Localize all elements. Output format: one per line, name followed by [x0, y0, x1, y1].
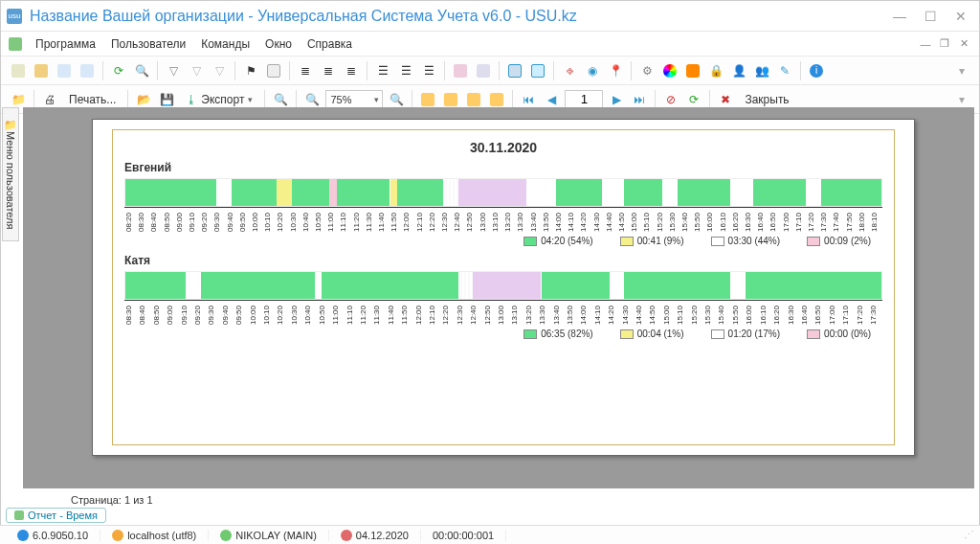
tb-overflow-icon[interactable]: ▾ — [952, 61, 971, 80]
report-user-2-name: Катя — [124, 254, 882, 267]
report-user-2-timeline — [124, 271, 882, 300]
rtb-last-page-icon[interactable]: ⏭ — [630, 90, 649, 109]
window-title: Название Вашей организации - Универсальн… — [30, 8, 881, 25]
status-date: 04.12.2020 — [356, 530, 409, 541]
rtb-zoom-out-icon[interactable]: 🔍 — [302, 90, 322, 109]
window-close-button[interactable]: ✕ — [948, 8, 973, 25]
rtb-layout3-icon[interactable] — [464, 90, 483, 109]
report-page: 30.11.2020 Евгений — [92, 119, 915, 456]
tb-chart-icon[interactable] — [474, 61, 493, 80]
status-version: 6.0.9050.10 — [33, 530, 88, 541]
tb-colors-icon[interactable] — [660, 61, 679, 80]
rtb-open-icon[interactable]: 📂 — [134, 90, 153, 109]
statusbar: 6.0.9050.10 localhost (utf8) NIKOLAY (MA… — [0, 525, 980, 544]
tb-flag-icon[interactable]: ⚑ — [241, 61, 260, 80]
side-tab-user-menu[interactable]: 📁 Меню пользователя — [2, 107, 19, 241]
report-user-1-name: Евгений — [124, 161, 882, 174]
report-viewport[interactable]: 30.11.2020 Евгений — [23, 107, 974, 488]
tb-globe-icon[interactable]: ◉ — [583, 61, 602, 80]
menu-help[interactable]: Справка — [300, 35, 360, 53]
rtb-overflow-icon[interactable]: ▾ — [952, 90, 971, 109]
tb-list2-icon[interactable]: ≣ — [319, 61, 338, 80]
report-date: 30.11.2020 — [124, 140, 882, 155]
rtb-print-icon[interactable]: 🖨 — [40, 90, 59, 109]
report-user-1-timeline — [124, 178, 882, 207]
app-icon: usu — [7, 9, 22, 24]
menu-users[interactable]: Пользователи — [103, 35, 193, 53]
menu-window[interactable]: Окно — [257, 35, 300, 53]
rtb-prev-page-icon[interactable]: ◀ — [542, 90, 561, 109]
rtb-export-label: Экспорт — [201, 93, 244, 106]
rtb-zoom-in-icon[interactable]: 🔍 — [387, 90, 406, 109]
window-maximize-button[interactable]: ☐ — [918, 8, 943, 25]
tb-grid-icon[interactable] — [264, 61, 283, 80]
window-minimize-button[interactable]: ― — [887, 8, 912, 25]
tb-window-icon[interactable] — [505, 61, 524, 80]
rtb-next-page-icon[interactable]: ▶ — [607, 90, 626, 109]
tb-open-icon[interactable] — [32, 61, 51, 80]
rtb-close-icon[interactable]: ✖ — [716, 90, 735, 109]
rtb-layout1-icon[interactable] — [418, 90, 437, 109]
tb-info-icon[interactable]: i — [807, 61, 826, 80]
tb-rss-icon[interactable] — [683, 61, 702, 80]
menu-commands[interactable]: Команды — [193, 35, 257, 53]
tb-lock-icon[interactable]: 🔒 — [706, 61, 725, 80]
report-user-1-axis: 08:2008:3008:4008:5009:0009:1009:2009:30… — [124, 207, 882, 232]
document-tab-label: Отчет - Время — [28, 510, 98, 521]
tb-wand-icon[interactable]: ✎ — [775, 61, 794, 80]
tb-copy-icon[interactable] — [55, 61, 74, 80]
tb-filter-clear-icon[interactable]: ▽ — [210, 61, 229, 80]
tb-image-icon[interactable] — [451, 61, 470, 80]
tb-list3-icon[interactable]: ≣ — [342, 61, 361, 80]
rtb-save-icon[interactable]: 💾 — [157, 90, 176, 109]
tb-user-icon[interactable]: 👤 — [729, 61, 748, 80]
tb-users-icon[interactable]: 👥 — [752, 61, 771, 80]
rtb-first-page-icon[interactable]: ⏮ — [519, 90, 538, 109]
menubar: Программа Пользователи Команды Окно Спра… — [1, 32, 979, 57]
tb-paste-icon[interactable] — [78, 61, 97, 80]
rtb-reload-icon[interactable]: ⟳ — [684, 90, 703, 109]
rtb-page-input[interactable] — [565, 90, 603, 109]
mdi-close-button[interactable]: ✕ — [956, 37, 971, 51]
status-calendar-icon — [341, 530, 352, 541]
report-user-2-axis: 08:3008:4008:5009:0009:1009:2009:3009:40… — [124, 300, 882, 325]
status-server: localhost (utf8) — [127, 530, 196, 541]
rtb-zoom-combo[interactable]: 75% — [325, 90, 383, 109]
tb-monitor-icon[interactable] — [528, 61, 547, 80]
status-info-icon — [17, 530, 29, 541]
tb-exit-icon[interactable]: ⎆ — [560, 61, 579, 80]
resize-grip-icon[interactable]: ⋰ — [964, 529, 974, 541]
tb-filter-icon[interactable]: ▽ — [164, 61, 183, 80]
rtb-folder-icon[interactable]: 📁 — [9, 90, 28, 109]
report-user-1-legend: 04:20 (54%) 00:41 (9%) 03:30 (44%) 00:09… — [124, 236, 882, 246]
page-info-label: Страница: 1 из 1 — [71, 494, 153, 506]
status-db-icon — [112, 530, 123, 541]
menu-icon — [9, 37, 22, 51]
status-user-icon — [220, 530, 232, 541]
tb-gear-icon[interactable]: ⚙ — [637, 61, 657, 80]
tb-refresh-icon[interactable]: ⟳ — [109, 61, 128, 80]
side-tab-label: Меню пользователя — [5, 131, 16, 229]
tb-tree3-icon[interactable]: ☰ — [419, 61, 438, 80]
tb-tree2-icon[interactable]: ☰ — [396, 61, 415, 80]
tb-filter-off-icon[interactable]: ▽ — [187, 61, 206, 80]
rtb-layout4-icon[interactable] — [487, 90, 506, 109]
menu-program[interactable]: Программа — [28, 35, 103, 53]
tb-list1-icon[interactable]: ≣ — [296, 61, 315, 80]
tb-search-icon[interactable]: 🔍 — [132, 61, 151, 80]
tb-new-icon[interactable] — [9, 61, 28, 80]
tb-tree1-icon[interactable]: ☰ — [373, 61, 392, 80]
status-user: NIKOLAY (MAIN) — [235, 530, 317, 541]
rtb-find-icon[interactable]: 🔍 — [271, 90, 290, 109]
tb-pin-icon[interactable]: 📍 — [606, 61, 625, 80]
mdi-restore-button[interactable]: ❐ — [937, 37, 952, 51]
mdi-minimize-button[interactable]: ― — [918, 37, 933, 51]
document-tab-icon — [14, 510, 24, 520]
document-tab-report-time[interactable]: Отчет - Время — [6, 508, 106, 523]
titlebar: usu Название Вашей организации - Универс… — [1, 1, 979, 32]
main-toolbar: ⟳ 🔍 ▽ ▽ ▽ ⚑ ≣ ≣ ≣ ☰ ☰ ☰ ⎆ ◉ 📍 ⚙ 🔒 👤 👥 ✎ … — [1, 57, 979, 85]
report-user-2-legend: 06:35 (82%) 00:04 (1%) 01:20 (17%) 00:00… — [124, 329, 882, 339]
rtb-stop-icon[interactable]: ⊘ — [661, 90, 680, 109]
rtb-layout2-icon[interactable] — [441, 90, 460, 109]
status-elapsed: 00:00:00:001 — [433, 530, 494, 541]
